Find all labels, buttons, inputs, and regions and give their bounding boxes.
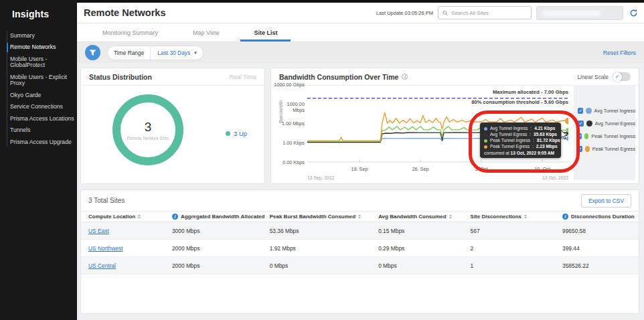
legend-item-peak-tunnel-ingress[interactable]: ✓ Peak Tunnel Ingress (574, 133, 635, 139)
x-tick: 3. Oct (475, 166, 487, 172)
sort-icon[interactable] (138, 214, 141, 219)
filter-bar: Time Range Last 30 Days ▾ Reset Filters (77, 42, 644, 63)
column-header-peak-burst-bandwidth-consumed[interactable]: Peak Burst Bandwidth Consumed (262, 214, 371, 220)
export-to-csv-button[interactable]: Export to CSV (581, 194, 631, 208)
cell-allocated: 3000 Mbps (165, 228, 262, 234)
tab-monitoring-summary[interactable]: Monitoring Summary (85, 23, 175, 42)
sidebar-item-mobile-users-explicit-proxy[interactable]: Mobile Users - Explicit Proxy (0, 72, 77, 90)
sidebar-item-summary[interactable]: Summary (0, 30, 77, 42)
refresh-button[interactable] (628, 7, 639, 18)
status-legend-item-up[interactable]: 3 Up (226, 130, 247, 137)
column-header-disconnections-duration[interactable]: iDisconnections Duration (555, 214, 639, 220)
tab-site-list[interactable]: Site List (236, 23, 295, 42)
toggle-check-icon: ✓ (613, 72, 622, 82)
chevron-down-icon: ▾ (194, 50, 203, 56)
cell-avg-consumed: 0.15 Mbps (371, 228, 463, 234)
cell-avg-consumed: 0 Mbps (371, 262, 463, 269)
up-status-label: 3 Up (234, 130, 247, 137)
sort-icon[interactable] (449, 214, 452, 219)
column-header-site-disconnections[interactable]: Site Disconnections (463, 214, 555, 220)
info-icon[interactable]: i (172, 214, 178, 220)
tab-bar: Monitoring Summary Map View Site List (77, 23, 644, 42)
search-input[interactable] (451, 10, 527, 16)
cell-avg-consumed: 0.29 Mbps (371, 245, 463, 252)
last-update-timestamp: Last Update 03:05:26 PM (376, 10, 433, 16)
search-icon (442, 10, 448, 16)
linear-scale-toggle[interactable]: ✓ (613, 72, 631, 81)
table-summary: 3 Total Sites (88, 197, 125, 204)
sidebar: Insights Summary Remote Networks Mobile … (0, 0, 77, 320)
tooltip-label: Peak Tunnel Egress (490, 144, 530, 150)
status-card-title: Status Distribution (89, 73, 152, 81)
legend-label: Peak Tunnel Ingress (591, 133, 635, 139)
sidebar-item-prisma-access-upgrade[interactable]: Prisma Access Upgrade (0, 137, 77, 148)
cell-disconnections: 2 (463, 245, 555, 252)
sidebar-item-okyo-garde[interactable]: Okyo Garde (0, 90, 77, 101)
tab-map-view[interactable]: Map View (175, 23, 236, 42)
legend-item-avg-tunnel-ingress[interactable]: ✓ Avg Tunnel Ingress (574, 108, 635, 114)
bandwidth-card-title: Bandwidth Consumption Over Time (279, 73, 398, 81)
sidebar-item-prisma-access-locations[interactable]: Prisma Access Locations (0, 113, 77, 125)
series-color-dot (584, 133, 588, 139)
info-icon[interactable]: i (402, 74, 408, 80)
tooltip-value: 2.23 Mbps (536, 144, 558, 150)
checkbox-checked-icon[interactable]: ✓ (578, 108, 583, 114)
legend-item-peak-tunnel-egress[interactable]: ✓ Peak Tunnel Egress (574, 146, 635, 152)
app-title: Insights (0, 0, 77, 19)
page-header: Remote Networks Last Update 03:05:26 PM (77, 3, 644, 23)
content-area: Status Distribution Real Time 3 Remote N… (77, 63, 644, 314)
tooltip-timestamp: 13 Oct, 2022 9:05 AM (511, 151, 554, 155)
column-header-aggregated-bandwidth-allocated[interactable]: iAggregated Bandwidth Allocated (165, 214, 262, 220)
time-range-dropdown[interactable]: Time Range Last 30 Days ▾ (107, 46, 204, 60)
tooltip-value: 4.21 Kbps (534, 126, 555, 132)
cell-peak-burst: 0 Mbps (262, 262, 371, 269)
reset-filters-link[interactable]: Reset Filters (603, 50, 636, 56)
x-tick: 26. Sep (412, 166, 428, 172)
sidebar-item-mobile-users-globalprotect[interactable]: Mobile Users - GlobalProtect (0, 54, 77, 72)
table-header-row: Compute Location iAggregated Bandwidth A… (81, 211, 639, 222)
info-icon[interactable]: i (562, 214, 568, 220)
checkbox-checked-icon[interactable]: ✓ (578, 121, 584, 127)
tooltip-series-dot (484, 139, 487, 143)
linear-scale-label: Linear Scale (577, 74, 609, 80)
x-range-end: 13 Oct, 2022 (542, 175, 568, 180)
y-tick: 1000.00 Gbps (274, 82, 305, 88)
bandwidth-consumption-card: Bandwidth Consumption Over Time i Linear… (270, 68, 639, 184)
redacted-tenant-selector[interactable] (536, 6, 623, 20)
sidebar-item-remote-networks[interactable]: Remote Networks (0, 42, 77, 53)
tooltip-label: Avg Tunnel Egress (490, 132, 527, 138)
tooltip-label: Peak Tunnel Ingress (490, 138, 530, 144)
column-header-compute-location[interactable]: Compute Location (81, 214, 165, 220)
x-axis-ticks: 19. Sep 26. Sep 3. Oct 10. Oct (307, 166, 568, 173)
cell-disconnections: 1 (463, 262, 555, 269)
sort-icon[interactable] (524, 214, 527, 219)
site-link-us-east[interactable]: US East (88, 228, 109, 234)
page-title: Remote Networks (84, 7, 165, 18)
site-link-us-central[interactable]: US Central (88, 262, 116, 269)
x-range-start: 13 Sep, 2022 (307, 175, 334, 180)
site-count: 3 (145, 120, 152, 135)
filter-button[interactable] (85, 45, 100, 60)
column-header-avg-bandwidth-consumed[interactable]: Avg Bandwidth Consumed (371, 214, 463, 220)
funnel-icon (89, 50, 96, 56)
y-tick: 1.00 Kbps (274, 140, 305, 146)
checkbox-checked-icon[interactable]: ✓ (578, 133, 582, 139)
cell-disconnections: 567 (463, 228, 555, 234)
legend-label: Avg Tunnel Ingress (594, 108, 635, 114)
y-tick: 1.00 Mbps (274, 121, 305, 127)
sort-icon[interactable] (358, 214, 361, 219)
x-tick: 10. Oct (534, 166, 550, 172)
cell-duration: 399.44 (555, 245, 639, 252)
status-donut-chart[interactable]: 3 Remote Network Sites (110, 92, 185, 167)
site-link-us-northwest[interactable]: US Northwest (88, 245, 123, 252)
checkbox-checked-icon[interactable]: ✓ (578, 146, 582, 152)
sidebar-item-service-connections[interactable]: Service Connections (0, 101, 77, 112)
legend-label: Avg Tunnel Egress (595, 121, 635, 127)
sidebar-nav: Summary Remote Networks Mobile Users - G… (0, 30, 77, 148)
legend-item-avg-tunnel-egress[interactable]: ✓ Avg Tunnel Egress (574, 121, 635, 127)
consumption-threshold-reference-label: 80% consumption threshold - 5.60 Gbps (471, 99, 568, 105)
table-row: US Central 2000 Mbps 0 Mbps 0 Mbps 1 358… (81, 257, 639, 274)
cell-allocated: 2000 Mbps (165, 262, 262, 269)
sidebar-item-tunnels[interactable]: Tunnels (0, 125, 77, 136)
tooltip-series-dot (484, 127, 487, 131)
